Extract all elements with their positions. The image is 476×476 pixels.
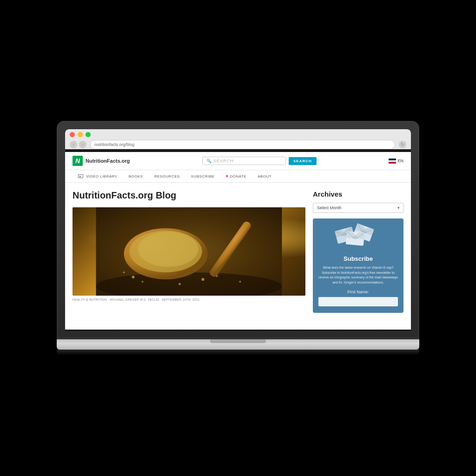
refresh-button[interactable]: ↻: [399, 141, 406, 148]
url-bar[interactable]: nutritionfacts.org/blog: [90, 140, 395, 149]
archives-title: Archives: [313, 190, 403, 198]
main-left: NutritionFacts.org Blog: [73, 190, 305, 313]
browser-chrome: ‹ › nutritionfacts.org/blog ↻: [65, 129, 411, 149]
url-text: nutritionfacts.org/blog: [94, 142, 134, 147]
svg-point-12: [178, 283, 181, 285]
logo-name: NutritionFacts.org: [86, 158, 130, 164]
search-icon: 🔍: [206, 159, 212, 163]
svg-rect-14: [346, 231, 364, 245]
main-right: Archives Select Month September 2021 Aug…: [313, 190, 403, 313]
subscribe-description: What does the latest research on Vitamin…: [318, 265, 398, 285]
envelope-icon-2: [346, 231, 364, 245]
nav-item-subscribe[interactable]: SUBSCRIBE: [185, 171, 220, 182]
laptop-lid: ‹ › nutritionfacts.org/blog ↻ N: [57, 121, 419, 339]
nav-item-books[interactable]: BOOKS: [123, 171, 149, 182]
archives-select[interactable]: Select Month September 2021 August 2021 …: [313, 203, 403, 213]
back-button[interactable]: ‹: [70, 141, 77, 148]
nav-item-video-library[interactable]: VIDEO LIBRARY: [73, 171, 123, 182]
laptop-container: ‹ › nutritionfacts.org/blog ↻ N: [57, 84, 419, 392]
svg-point-7: [142, 281, 144, 283]
first-name-label: First Name:: [318, 290, 398, 294]
svg-point-5: [138, 231, 198, 267]
site-logo[interactable]: N NutritionFacts.org: [73, 156, 130, 166]
blog-image-svg: [73, 207, 305, 296]
language-selector[interactable]: EN: [389, 159, 403, 164]
search-button[interactable]: SEARCH: [289, 157, 317, 165]
search-bar: 🔍 SEARCH SEARCH: [202, 157, 317, 165]
nav-label-subscribe: SUBSCRIBE: [191, 174, 215, 178]
nav-item-resources[interactable]: RESOURCES: [149, 171, 185, 182]
nav-label-about: ABOUT: [258, 174, 271, 178]
svg-point-10: [123, 271, 125, 273]
spoon-image: [73, 207, 305, 296]
svg-point-6: [132, 276, 135, 278]
site-nav: VIDEO LIBRARY BOOKS RESOURCES SUBSCRIBE …: [65, 170, 411, 183]
traffic-light-yellow[interactable]: [78, 132, 83, 137]
logo-n-icon: N: [73, 156, 83, 166]
language-label: EN: [397, 159, 403, 163]
traffic-light-red[interactable]: [70, 132, 75, 137]
traffic-light-green[interactable]: [86, 132, 91, 137]
heart-icon: ♥: [226, 174, 229, 178]
forward-button[interactable]: ›: [79, 141, 86, 148]
nav-label-resources: RESOURCES: [154, 174, 180, 178]
svg-point-8: [202, 278, 205, 281]
logo-letter: N: [75, 157, 80, 165]
subscribe-heading: Subscribe: [318, 255, 398, 262]
screen-bezel: ‹ › nutritionfacts.org/blog ↻ N: [65, 129, 411, 331]
site-main: NutritionFacts.org Blog: [65, 183, 411, 320]
search-input-wrap[interactable]: 🔍 SEARCH: [202, 157, 286, 165]
blog-featured-image: [73, 207, 305, 296]
flag-icon: [389, 159, 396, 164]
nav-label-video: VIDEO LIBRARY: [86, 174, 118, 178]
first-name-input[interactable]: [318, 297, 398, 306]
archives-select-wrapper: Select Month September 2021 August 2021 …: [313, 203, 403, 213]
search-placeholder: SEARCH: [213, 159, 234, 163]
image-caption: HEALTH & NUTRITION · MICHAEL GREGER M.D.…: [73, 298, 305, 301]
nav-item-about[interactable]: ABOUT: [252, 171, 277, 182]
svg-point-11: [239, 281, 241, 283]
subscribe-box: Subscribe What does the latest research …: [313, 218, 403, 313]
website: N NutritionFacts.org 🔍 SEARCH SEARCH: [65, 152, 411, 330]
envelope-icons: [318, 225, 398, 251]
nav-label-donate: DONATE: [230, 174, 246, 178]
laptop-base-shadow: [57, 350, 419, 355]
blog-title: NutritionFacts.org Blog: [73, 190, 305, 201]
nav-label-books: BOOKS: [129, 174, 143, 178]
nav-item-donate[interactable]: ♥ DONATE: [220, 170, 252, 182]
laptop-bottom: [57, 339, 419, 350]
svg-point-9: [216, 275, 218, 277]
site-header: N NutritionFacts.org 🔍 SEARCH SEARCH: [65, 152, 411, 170]
video-library-icon: [78, 174, 83, 178]
